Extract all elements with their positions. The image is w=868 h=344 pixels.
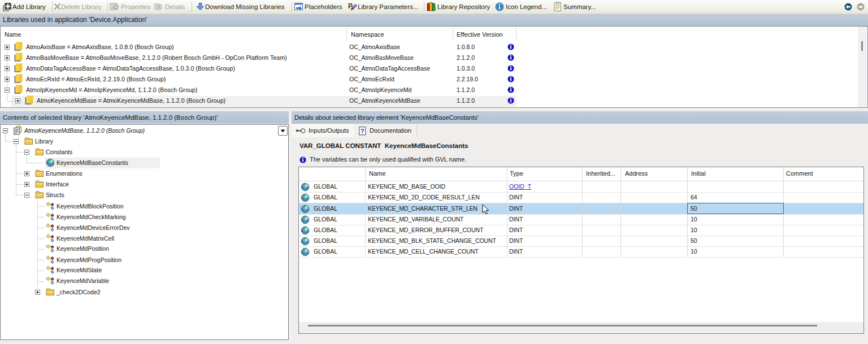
svg-text:?: ? — [361, 128, 364, 134]
